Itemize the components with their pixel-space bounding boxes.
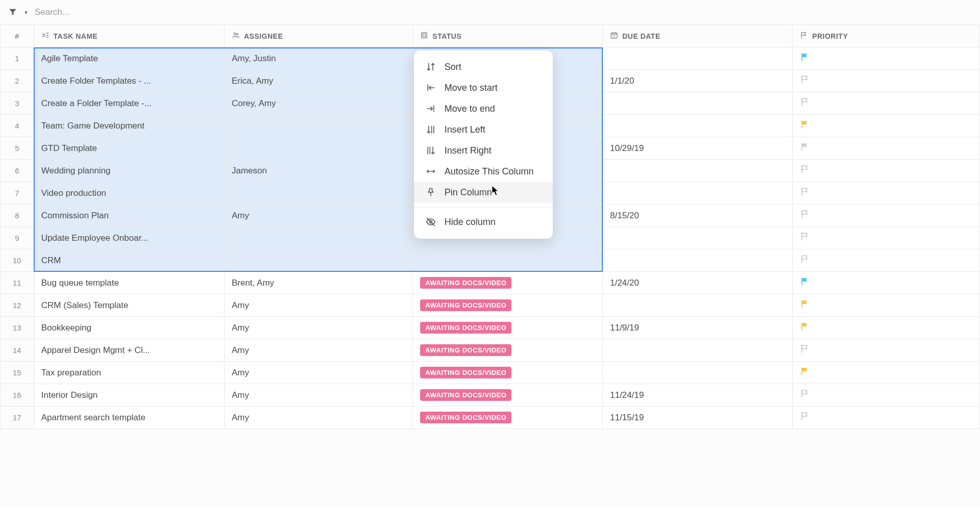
cell-due-date[interactable] xyxy=(603,182,793,205)
cell-status[interactable]: AWAITING DOCS/VIDEO xyxy=(413,362,603,384)
menu-item-insert-right[interactable]: Insert Right xyxy=(414,140,553,161)
cell-priority[interactable] xyxy=(793,47,980,70)
cell-task-name[interactable]: Bug queue template xyxy=(34,272,224,294)
column-header-status[interactable]: STATUS xyxy=(413,25,603,47)
cell-status[interactable] xyxy=(413,249,603,272)
priority-flag-icon[interactable] xyxy=(800,52,810,62)
cell-assignee[interactable]: Amy xyxy=(224,362,412,384)
row-number[interactable]: 15 xyxy=(1,362,34,384)
cell-assignee[interactable] xyxy=(224,115,412,137)
cell-priority[interactable] xyxy=(793,160,980,182)
cell-task-name[interactable]: Video production xyxy=(34,182,224,205)
cell-priority[interactable] xyxy=(793,317,980,339)
cell-due-date[interactable]: 1/1/20 xyxy=(603,70,793,92)
row-number[interactable]: 7 xyxy=(1,182,34,205)
priority-flag-icon[interactable] xyxy=(800,299,810,309)
status-badge[interactable]: AWAITING DOCS/VIDEO xyxy=(420,389,511,401)
column-header-number[interactable]: # xyxy=(1,25,34,47)
table-row[interactable]: 17Apartment search templateAmyAWAITING D… xyxy=(1,407,980,429)
cell-task-name[interactable]: CRM (Sales) Template xyxy=(34,294,224,317)
cell-due-date[interactable] xyxy=(603,249,793,272)
table-row[interactable]: 12CRM (Sales) TemplateAmyAWAITING DOCS/V… xyxy=(1,294,980,317)
cell-task-name[interactable]: Agile Template xyxy=(34,47,224,70)
priority-flag-icon[interactable] xyxy=(800,344,810,354)
cell-priority[interactable] xyxy=(793,249,980,272)
cell-assignee[interactable]: Amy xyxy=(224,294,412,317)
priority-flag-icon[interactable] xyxy=(800,97,810,107)
cell-task-name[interactable]: Create a Folder Template -... xyxy=(34,92,224,115)
priority-flag-icon[interactable] xyxy=(800,187,810,197)
cell-task-name[interactable]: Team: Game Development xyxy=(34,115,224,137)
row-number[interactable]: 14 xyxy=(1,339,34,362)
column-header-task-name[interactable]: TASK NAME xyxy=(34,25,224,47)
row-number[interactable]: 1 xyxy=(1,47,34,70)
status-badge[interactable]: AWAITING DOCS/VIDEO xyxy=(420,367,511,378)
priority-flag-icon[interactable] xyxy=(800,209,810,219)
cell-due-date[interactable] xyxy=(603,339,793,362)
status-badge[interactable]: AWAITING DOCS/VIDEO xyxy=(420,277,511,289)
cell-status[interactable]: AWAITING DOCS/VIDEO xyxy=(413,317,603,339)
cell-priority[interactable] xyxy=(793,92,980,115)
cell-assignee[interactable]: Amy, Justin xyxy=(224,47,412,70)
cell-priority[interactable] xyxy=(793,205,980,227)
row-number[interactable]: 3 xyxy=(1,92,34,115)
cell-due-date[interactable] xyxy=(603,160,793,182)
cell-status[interactable]: AWAITING DOCS/VIDEO xyxy=(413,384,603,407)
row-number[interactable]: 4 xyxy=(1,115,34,137)
priority-flag-icon[interactable] xyxy=(800,321,810,332)
row-number[interactable]: 17 xyxy=(1,407,34,429)
row-number[interactable]: 2 xyxy=(1,70,34,92)
cell-task-name[interactable]: Apartment search template xyxy=(34,407,224,429)
cell-task-name[interactable]: Apparel Design Mgmt + Cl... xyxy=(34,339,224,362)
table-row[interactable]: 15Tax preparationAmyAWAITING DOCS/VIDEO xyxy=(1,362,980,384)
cell-priority[interactable] xyxy=(793,339,980,362)
cell-task-name[interactable]: CRM xyxy=(34,249,224,272)
row-number[interactable]: 6 xyxy=(1,160,34,182)
cell-task-name[interactable]: Create Folder Templates - ... xyxy=(34,70,224,92)
cell-priority[interactable] xyxy=(793,115,980,137)
cell-priority[interactable] xyxy=(793,137,980,160)
cell-status[interactable]: AWAITING DOCS/VIDEO xyxy=(413,294,603,317)
cell-assignee[interactable]: Amy xyxy=(224,407,412,429)
cell-assignee[interactable]: Erica, Amy xyxy=(224,70,412,92)
row-number[interactable]: 9 xyxy=(1,227,34,249)
row-number[interactable]: 8 xyxy=(1,205,34,227)
priority-flag-icon[interactable] xyxy=(800,254,810,264)
row-number[interactable]: 10 xyxy=(1,249,34,272)
table-row[interactable]: 16Interior DesignAmyAWAITING DOCS/VIDEO1… xyxy=(1,384,980,407)
priority-flag-icon[interactable] xyxy=(800,389,810,399)
row-number[interactable]: 5 xyxy=(1,137,34,160)
cell-priority[interactable] xyxy=(793,182,980,205)
cell-priority[interactable] xyxy=(793,227,980,249)
priority-flag-icon[interactable] xyxy=(800,276,810,287)
menu-item-hide[interactable]: Hide column xyxy=(414,212,553,233)
status-badge[interactable]: AWAITING DOCS/VIDEO xyxy=(420,412,511,423)
priority-flag-icon[interactable] xyxy=(800,411,810,421)
cell-status[interactable]: AWAITING DOCS/VIDEO xyxy=(413,407,603,429)
cell-assignee[interactable] xyxy=(224,227,412,249)
menu-item-move-end[interactable]: Move to end xyxy=(414,98,553,119)
status-badge[interactable]: AWAITING DOCS/VIDEO xyxy=(420,344,511,356)
cell-priority[interactable] xyxy=(793,362,980,384)
column-header-priority[interactable]: PRIORITY xyxy=(793,25,980,47)
cell-task-name[interactable]: Update Employee Onboar... xyxy=(34,227,224,249)
cell-due-date[interactable]: 1/24/20 xyxy=(603,272,793,294)
cell-priority[interactable] xyxy=(793,294,980,317)
cell-priority[interactable] xyxy=(793,272,980,294)
filter-icon[interactable] xyxy=(8,7,17,18)
cell-due-date[interactable] xyxy=(603,92,793,115)
search-input[interactable] xyxy=(35,7,188,17)
table-row[interactable]: 14Apparel Design Mgmt + Cl...AmyAWAITING… xyxy=(1,339,980,362)
priority-flag-icon[interactable] xyxy=(800,164,810,174)
cell-task-name[interactable]: Tax preparation xyxy=(34,362,224,384)
menu-item-move-start[interactable]: Move to start xyxy=(414,78,553,98)
cell-due-date[interactable] xyxy=(603,294,793,317)
cell-due-date[interactable]: 10/29/19 xyxy=(603,137,793,160)
row-number[interactable]: 11 xyxy=(1,272,34,294)
menu-item-autosize[interactable]: Autosize This Column xyxy=(414,161,553,182)
priority-flag-icon[interactable] xyxy=(800,142,810,152)
cell-assignee[interactable] xyxy=(224,137,412,160)
row-number[interactable]: 13 xyxy=(1,317,34,339)
cell-assignee[interactable]: Corey, Amy xyxy=(224,92,412,115)
cell-task-name[interactable]: Interior Design xyxy=(34,384,224,407)
